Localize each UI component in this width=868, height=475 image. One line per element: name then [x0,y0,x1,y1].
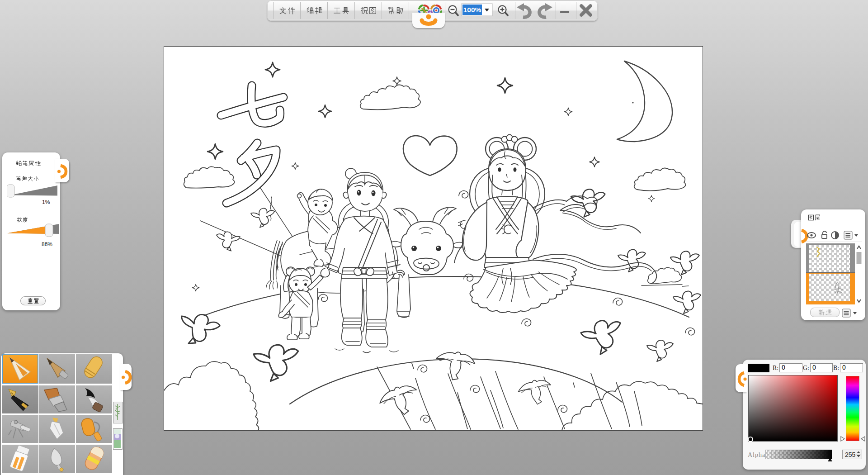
svg-text:100%: 100% [463,6,481,14]
